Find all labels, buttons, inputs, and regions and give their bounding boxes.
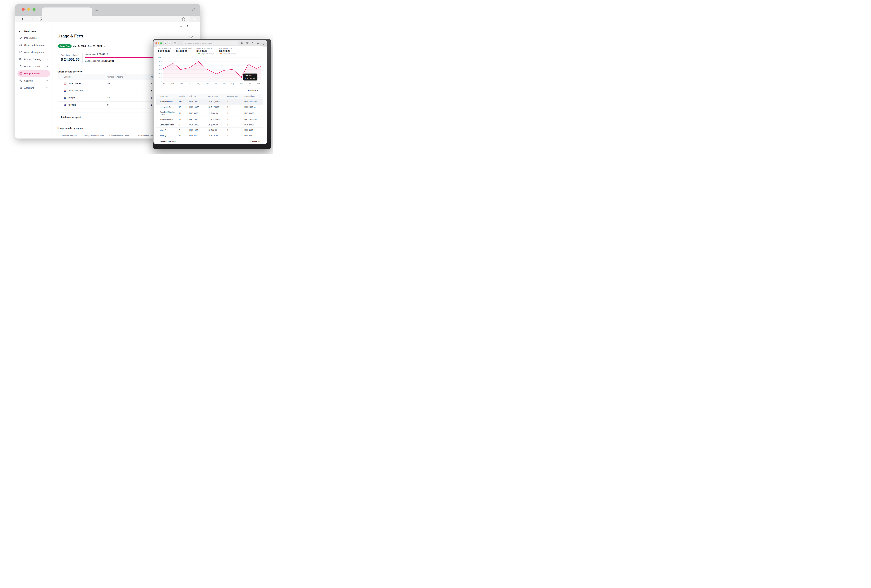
svg-text:40k: 40k [159,72,162,74]
zoom-window-button[interactable] [160,42,162,44]
close-window-button[interactable] [156,42,157,44]
forward-button[interactable] [30,17,34,21]
chevron-down-icon [257,89,259,91]
actions-count: 45 [107,97,110,99]
sidebar-item-assistant[interactable]: Assistant [17,85,50,91]
zoom-window-button[interactable] [33,8,36,11]
svg-text:80k: 80k [159,64,162,66]
notifications-bell-icon[interactable] [179,24,182,27]
total-value: $ 30,000.03 [250,140,260,142]
stat-label: Total Amount Spent [61,135,77,137]
tabs-overview-icon[interactable] [256,42,259,45]
cell-rate: 1 [227,124,228,126]
back-button[interactable] [163,41,167,45]
svg-text:Apr: Apr [189,83,191,85]
region-section-title: Usage details by region [57,127,83,129]
sidebar-item-usage-fees[interactable]: Usage & Fees [17,70,50,77]
home-icon [19,36,22,39]
more-options-icon[interactable] [193,24,196,27]
us-flag-icon [64,82,66,84]
table-row-lightweight-return[interactable]: Lightweight Return2US $ 100.00US $ 200.0… [156,122,263,127]
cell-qty: 10 [179,112,181,114]
chevron-down-icon [46,58,48,60]
sidebar-item-page-name[interactable]: Page Name [17,35,50,41]
svg-text:Dec: Dec [257,83,260,85]
svg-text:Jan: Jan [163,83,165,85]
forward-button[interactable] [168,41,171,45]
laptop-icon [19,58,22,61]
cell-unit: US $ 100.00 [189,106,199,108]
firstbase-logo[interactable]: Firstbase [19,30,36,33]
assistant-rocket-icon[interactable] [186,24,189,27]
col-quantity: Quantity [179,95,185,97]
cell-unit: US $ 10.00 [189,129,198,131]
overview-section-title: Usage details overview [57,70,82,73]
stat-label: Current Month's Spend [196,47,212,49]
col-converted-total: Converted Total [244,95,255,97]
chevron-down-icon[interactable] [103,45,106,47]
total-amount-spent-label: Total amount spent [61,116,81,118]
svg-text:60k: 60k [159,69,162,70]
browser-tab[interactable] [42,7,92,16]
action-type: Intake Fee [160,129,168,131]
cell-converted: US $ 15,200.00 [244,118,257,120]
hamburger-menu-icon[interactable] [192,17,196,21]
col-actions: Number of Actions [107,76,123,78]
cell-unit: US $ 100.00 [189,124,199,126]
address-search-field[interactable]: Search or type your website name [183,41,238,45]
sidebar-item-label: Usage & Fees [24,72,40,75]
sidebar-item-product-catalog[interactable]: Product Catalog [17,63,50,69]
sidebar-item-order-and-returns[interactable]: Order and Returns [17,42,50,48]
term-date-range[interactable]: Jan 1, 2024 - Dec 31, 2024 [73,45,102,47]
firstbase-logo-icon [19,30,22,33]
sidebar-toggle-icon[interactable] [173,41,177,45]
country-name: United Kingdom [68,89,83,92]
all-months-label: All Months [247,89,256,91]
all-months-dropdown[interactable]: All Months [245,88,260,92]
back-titlebar[interactable] [15,4,201,16]
table-row-lightweight-orders[interactable]: Lightweight Orders12US $ 100.00US $ 1,20… [156,105,263,110]
table-row-standard-returns[interactable]: Standard returns76US $ 200.00US $ 15,200… [156,117,263,122]
sidebar-item-asset-management[interactable]: Asset Management [17,49,50,55]
reload-icon[interactable] [241,42,244,45]
action-type: Expedited Standard Orders [160,111,176,115]
stat-value: $ 4,334.04 [84,138,97,139]
chevron-down-icon [46,79,48,82]
back-button[interactable] [21,17,25,21]
action-type: Lightweight Return [160,124,174,126]
used-amount-text: You've used $ 75,448.12 [85,53,108,55]
cell-rate: 1 [227,118,228,120]
action-type: Standard Orders [160,101,173,103]
sidebar-item-label: Order and Returns [24,44,44,46]
svg-text:100k+: 100k+ [158,57,162,58]
bookmark-star-icon[interactable] [246,42,249,45]
table-row-standard-orders[interactable]: Standard Orders130US $ 100.00US $ 13,000… [156,99,263,105]
remaining-balance-label: Remaining balance [61,54,78,56]
eu-flag-icon [64,97,66,99]
expand-window-icon[interactable] [191,7,196,12]
divider [107,134,107,139]
action-type: Imaging [160,135,166,136]
reload-button[interactable] [38,17,42,21]
share-icon[interactable] [251,42,254,45]
bookmark-star-icon[interactable] [181,17,186,21]
new-tab-button[interactable] [94,8,99,13]
cell-converted: US $ 13,000.00 [244,101,257,103]
minimize-window-button[interactable] [27,8,30,11]
route-icon [19,43,22,46]
sidebar-item-product-catalog[interactable]: Product Catalog [17,56,50,62]
chevron-down-icon [46,51,48,53]
table-row-intake-fee[interactable]: Intake Fee8US $ 10.00US $ 80.001US $ 80.… [156,127,263,133]
sidebar-item-settings[interactable]: Settings [17,78,50,84]
sidebar: Firstbase Page NameOrder and ReturnsAsse… [15,22,52,139]
cell-rate: 1 [227,135,228,136]
front-titlebar[interactable]: Search or type your website name [153,40,267,46]
actions-count: 8 [107,104,109,106]
minimize-window-button[interactable] [158,42,159,44]
table-row-expedited-standard-orders[interactable]: Expedited Standard Orders10US $ 30.00US … [156,110,263,117]
stat-delta: ↓ 5% compared to average [219,53,236,55]
close-window-button[interactable] [22,8,25,11]
table-row-imaging[interactable]: Imaging10US $ 22.02US $ 220.221US $ 220.… [156,133,263,138]
cell-rate: 1 [227,101,228,103]
svg-text:Sep: Sep [232,83,234,85]
